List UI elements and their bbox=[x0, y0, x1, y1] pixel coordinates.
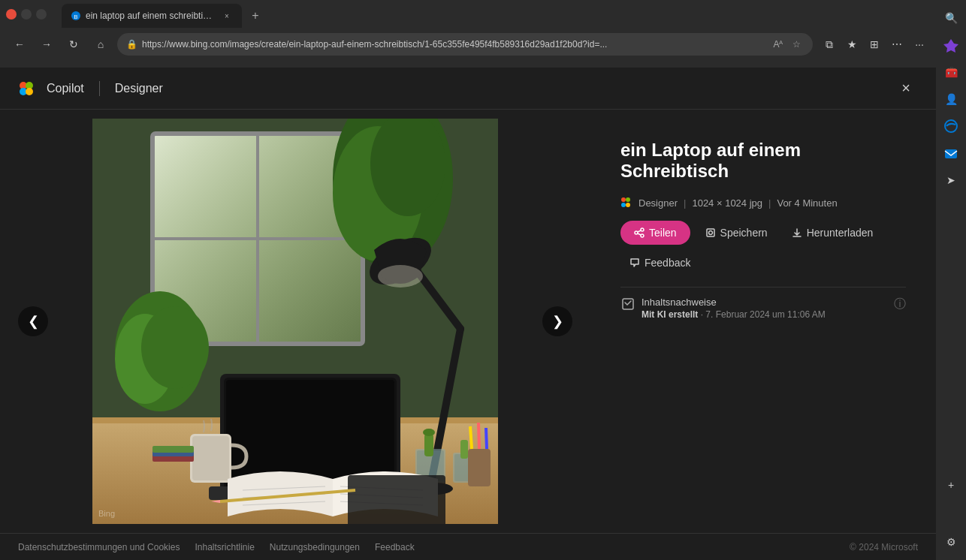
meta-time: Vor 4 Minuten bbox=[777, 197, 837, 209]
back-button[interactable]: ← bbox=[9, 34, 30, 55]
minimize-window-button[interactable] bbox=[21, 9, 32, 20]
home-button[interactable]: ⌂ bbox=[90, 34, 111, 55]
image-panel: ❮ bbox=[0, 110, 590, 533]
app-header: Copilot Designer × bbox=[0, 68, 936, 110]
app-logo: Copilot Designer bbox=[18, 78, 163, 99]
more-icon[interactable]: ··· bbox=[909, 34, 930, 55]
content-credentials: Inhaltsnachweise Mit KI erstellt · 7. Fe… bbox=[620, 287, 906, 329]
share-button[interactable]: Teilen bbox=[620, 221, 690, 245]
image-meta: Designer | 1024 × 1024 jpg | Vor 4 Minut… bbox=[620, 197, 906, 209]
download-icon bbox=[792, 227, 802, 238]
svg-point-57 bbox=[621, 197, 626, 202]
credentials-subtitle: Mit KI erstellt · 7. Februar 2024 um 11:… bbox=[641, 309, 826, 320]
sidebar-tools-icon[interactable]: 🧰 bbox=[939, 60, 963, 84]
svg-rect-31 bbox=[152, 446, 194, 453]
credentials-icon bbox=[620, 297, 635, 312]
terms-link[interactable]: Nutzungsbedingungen bbox=[270, 542, 360, 552]
sidebar-edge-icon[interactable] bbox=[939, 114, 963, 138]
svg-rect-44 bbox=[468, 449, 491, 486]
feedback-icon bbox=[629, 257, 640, 268]
save-icon bbox=[705, 227, 716, 238]
svg-point-9 bbox=[26, 88, 33, 95]
address-bar-row: ← → ↻ ⌂ 🔒 https://www.bing.com/images/cr… bbox=[0, 29, 966, 60]
collections-icon[interactable]: ⊞ bbox=[864, 34, 885, 55]
credentials-title: Inhaltsnachweise bbox=[641, 297, 826, 308]
image-title: ein Laptop auf einem Schreibtisch bbox=[620, 140, 906, 182]
traffic-lights bbox=[6, 9, 47, 20]
save-button[interactable]: Speichern bbox=[696, 221, 777, 245]
svg-point-40 bbox=[423, 429, 435, 436]
sidebar-search-icon[interactable]: 🔍 bbox=[939, 6, 963, 30]
svg-point-59 bbox=[621, 203, 626, 207]
sidebar-outlook-icon[interactable] bbox=[939, 141, 963, 165]
share-label: Teilen bbox=[649, 227, 677, 239]
read-aloud-icon[interactable]: Aᴬ bbox=[771, 37, 786, 52]
sidebar-copilot-icon[interactable] bbox=[939, 33, 963, 57]
refresh-button[interactable]: ↻ bbox=[63, 34, 84, 55]
svg-point-20 bbox=[141, 306, 209, 389]
svg-line-65 bbox=[638, 233, 641, 235]
designer-meta-icon bbox=[620, 197, 632, 209]
svg-rect-39 bbox=[424, 434, 433, 456]
svg-text:B: B bbox=[74, 14, 77, 20]
new-tab-button[interactable]: + bbox=[245, 5, 266, 26]
sidebar-profile-icon[interactable]: 👤 bbox=[939, 87, 963, 111]
prev-image-button[interactable]: ❮ bbox=[18, 306, 48, 336]
next-image-button[interactable]: ❯ bbox=[542, 306, 572, 336]
browser-sidebar: 🔍 🧰 👤 ➤ + ⚙ bbox=[936, 0, 966, 560]
save-label: Speichern bbox=[720, 227, 768, 239]
toolbar-icons: ⧉ ★ ⊞ ⋯ ··· bbox=[819, 34, 930, 55]
svg-rect-5 bbox=[945, 149, 957, 158]
credentials-info: Inhaltsnachweise Mit KI erstellt · 7. Fe… bbox=[641, 297, 826, 320]
address-bar[interactable]: 🔒 https://www.bing.com/images/create/ein… bbox=[117, 33, 813, 56]
svg-rect-25 bbox=[226, 380, 394, 488]
feedback-button[interactable]: Feedback bbox=[620, 251, 699, 275]
bookmark-icon[interactable]: ☆ bbox=[789, 37, 804, 52]
svg-rect-43 bbox=[460, 440, 468, 459]
image-container: Bing bbox=[92, 119, 498, 524]
content-policy-link[interactable]: Inhaltsrichtlinie bbox=[195, 542, 254, 552]
credentials-info-icon[interactable]: ⓘ bbox=[894, 297, 906, 312]
credentials-created-date: · 7. Februar 2024 um 11:06 AM bbox=[701, 309, 826, 320]
tab-bar: B ein laptop auf einem schreibtisch × + bbox=[56, 1, 272, 28]
maximize-window-button[interactable] bbox=[36, 9, 47, 20]
feedback-label: Feedback bbox=[645, 257, 690, 269]
footer-feedback-link[interactable]: Feedback bbox=[375, 542, 415, 552]
sidebar-plus-icon[interactable]: + bbox=[939, 473, 963, 497]
svg-rect-28 bbox=[192, 436, 229, 480]
sidebar-send-icon[interactable]: ➤ bbox=[939, 168, 963, 192]
info-panel: ein Laptop auf einem Schreibtisch Design… bbox=[590, 110, 936, 533]
svg-point-58 bbox=[626, 197, 630, 202]
svg-point-61 bbox=[641, 228, 644, 231]
tab-title: ein laptop auf einem schreibtisch bbox=[86, 11, 216, 21]
svg-point-60 bbox=[626, 203, 630, 207]
favorites-icon[interactable]: ★ bbox=[841, 34, 862, 55]
forward-button[interactable]: → bbox=[36, 34, 57, 55]
privacy-link[interactable]: Datenschutzbestimmungen und Cookies bbox=[18, 542, 180, 552]
svg-point-67 bbox=[708, 231, 712, 235]
svg-point-35 bbox=[378, 265, 423, 288]
svg-point-62 bbox=[635, 231, 638, 234]
close-window-button[interactable] bbox=[6, 9, 17, 20]
extensions-icon[interactable]: ⋯ bbox=[886, 34, 907, 55]
sidebar-settings-icon[interactable]: ⚙ bbox=[939, 530, 963, 554]
logo-divider bbox=[99, 81, 100, 96]
main-image bbox=[92, 119, 498, 524]
credentials-created-label: Mit KI erstellt bbox=[641, 309, 698, 320]
active-tab[interactable]: B ein laptop auf einem schreibtisch × bbox=[62, 4, 242, 28]
share-icon bbox=[634, 227, 645, 238]
address-bar-icons: Aᴬ ☆ bbox=[771, 37, 804, 52]
split-screen-icon[interactable]: ⧉ bbox=[819, 34, 840, 55]
image-viewer: ❮ bbox=[0, 110, 936, 533]
download-label: Herunterladen bbox=[807, 227, 874, 239]
footer: Datenschutzbestimmungen und Cookies Inha… bbox=[0, 533, 936, 560]
tab-close-button[interactable]: × bbox=[221, 10, 233, 22]
download-button[interactable]: Herunterladen bbox=[783, 221, 883, 245]
close-viewer-button[interactable]: × bbox=[894, 77, 918, 101]
svg-rect-66 bbox=[707, 229, 714, 236]
browser-chrome: B ein laptop auf einem schreibtisch × + … bbox=[0, 0, 966, 68]
copilot-logo-icon bbox=[18, 78, 39, 99]
meta-designer: Designer bbox=[638, 197, 678, 209]
svg-rect-54 bbox=[348, 475, 445, 524]
main-content: Copilot Designer × ❮ bbox=[0, 68, 936, 560]
